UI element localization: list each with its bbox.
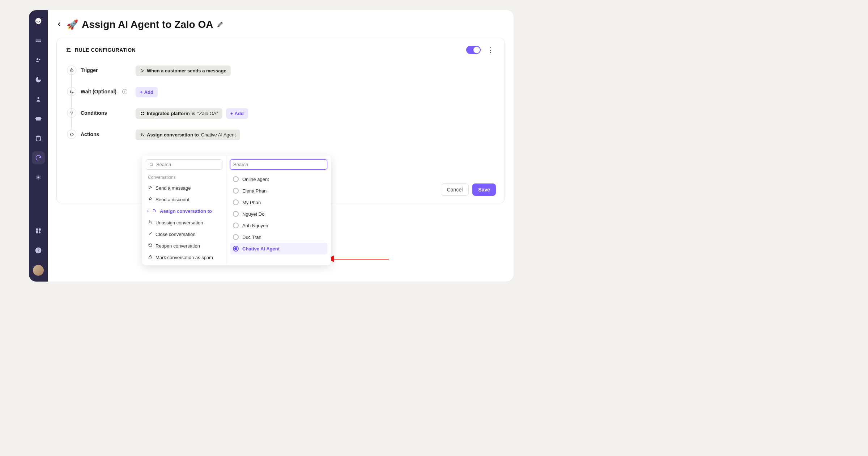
svg-point-6 bbox=[36, 136, 41, 138]
action-item[interactable]: ›Assign conversation to bbox=[146, 205, 222, 217]
svg-rect-20 bbox=[143, 114, 144, 115]
finance-icon[interactable] bbox=[32, 112, 45, 125]
radio-icon bbox=[233, 211, 239, 217]
help-icon[interactable]: ? bbox=[32, 244, 45, 257]
page-header: 🚀 Assign AI Agent to Zalo OA bbox=[56, 19, 505, 38]
svg-point-13 bbox=[69, 48, 70, 49]
action-item[interactable]: Send a message bbox=[146, 182, 222, 194]
action-item-label: Close conversation bbox=[156, 232, 196, 237]
agent-item[interactable]: Duc Tran bbox=[230, 231, 327, 243]
action-item-label: Assign conversation to bbox=[160, 208, 212, 214]
database-icon[interactable] bbox=[32, 132, 45, 145]
sidebar: ? bbox=[29, 10, 48, 282]
conditions-label: Conditions bbox=[81, 110, 107, 116]
svg-rect-10 bbox=[36, 231, 38, 233]
action-item-label: Send a message bbox=[156, 185, 191, 191]
action-icon bbox=[152, 208, 157, 214]
page-title-text: Assign AI Agent to Zalo OA bbox=[82, 19, 213, 30]
action-icon bbox=[148, 243, 153, 249]
action-item[interactable]: Mark conversation as spam bbox=[146, 252, 222, 263]
agent-item-label: Nguyet Do bbox=[242, 211, 264, 217]
wait-add-button[interactable]: +Add bbox=[136, 87, 158, 97]
radio-icon bbox=[233, 223, 239, 228]
radio-icon bbox=[233, 188, 239, 194]
agent-item[interactable]: Anh Nguyen bbox=[230, 220, 327, 231]
card-heading: RULE CONFIGURATION bbox=[75, 47, 136, 53]
action-list-panel: Conversations Send a messageSend a disco… bbox=[142, 156, 226, 265]
svg-point-14 bbox=[67, 50, 68, 51]
svg-rect-17 bbox=[141, 112, 142, 113]
inbox-icon[interactable] bbox=[32, 34, 45, 47]
svg-rect-5 bbox=[35, 118, 42, 119]
action-icon bbox=[148, 220, 153, 225]
more-options-button[interactable]: ⋮ bbox=[485, 45, 496, 55]
agent-item[interactable]: Online agent bbox=[230, 173, 327, 185]
radio-icon bbox=[233, 234, 239, 240]
svg-point-15 bbox=[69, 51, 71, 52]
analytics-icon[interactable] bbox=[32, 73, 45, 86]
action-item[interactable]: Close conversation bbox=[146, 228, 222, 240]
agent-item-label: My Phan bbox=[242, 200, 261, 205]
back-button[interactable] bbox=[56, 21, 62, 29]
action-chip[interactable]: Assign conversation to Chative AI Agent bbox=[136, 130, 240, 140]
trigger-label: Trigger bbox=[81, 67, 98, 73]
agent-item[interactable]: Nguyet Do bbox=[230, 208, 327, 220]
contacts-icon[interactable] bbox=[32, 54, 45, 67]
info-icon[interactable]: i bbox=[122, 89, 127, 94]
cancel-button[interactable]: Cancel bbox=[441, 183, 469, 196]
app-logo-icon[interactable] bbox=[32, 14, 45, 28]
svg-point-3 bbox=[38, 97, 39, 99]
agent-search-box[interactable] bbox=[230, 159, 327, 170]
action-item[interactable]: Reopen conversation bbox=[146, 240, 222, 252]
actions-label: Actions bbox=[81, 131, 99, 137]
action-item[interactable]: Unassign conversation bbox=[146, 217, 222, 228]
card-header: RULE CONFIGURATION ⋮ bbox=[65, 45, 496, 61]
svg-rect-8 bbox=[36, 228, 38, 231]
campaigns-icon[interactable] bbox=[32, 93, 45, 106]
edit-title-button[interactable] bbox=[217, 19, 224, 30]
sparkle-icon bbox=[67, 130, 76, 139]
action-icon bbox=[148, 254, 153, 260]
action-selector-dropdown: Conversations Send a messageSend a disco… bbox=[142, 156, 331, 265]
action-icon bbox=[148, 231, 153, 237]
condition-add-button[interactable]: +Add bbox=[226, 108, 248, 119]
step-connector-line bbox=[71, 71, 72, 129]
step-trigger: Trigger When a customer sends a message bbox=[67, 66, 496, 76]
wait-label: Wait (Optional) bbox=[81, 89, 116, 94]
agent-item-label: Anh Nguyen bbox=[242, 223, 268, 228]
steps: Trigger When a customer sends a message bbox=[65, 61, 496, 140]
apps-icon[interactable] bbox=[32, 224, 45, 237]
agent-item[interactable]: My Phan bbox=[230, 197, 327, 208]
radio-icon bbox=[233, 199, 239, 205]
condition-chip[interactable]: Integrated platform is "Zalo OA" bbox=[136, 108, 222, 119]
svg-rect-9 bbox=[39, 228, 41, 231]
action-icon bbox=[148, 185, 153, 191]
agent-item-label: Chative AI Agent bbox=[242, 246, 280, 252]
svg-point-0 bbox=[35, 18, 42, 24]
automation-icon[interactable] bbox=[32, 151, 45, 164]
agent-item[interactable]: Elena Phan bbox=[230, 185, 327, 197]
rule-enabled-toggle[interactable] bbox=[466, 46, 481, 54]
action-icon bbox=[148, 197, 153, 202]
action-search-box[interactable] bbox=[146, 159, 222, 170]
svg-point-1 bbox=[37, 58, 38, 60]
settings-icon[interactable] bbox=[32, 171, 45, 184]
agent-search-input[interactable] bbox=[233, 162, 324, 167]
trigger-chip[interactable]: When a customer sends a message bbox=[136, 66, 231, 76]
agent-item-label: Duc Tran bbox=[242, 235, 261, 240]
action-search-input[interactable] bbox=[156, 162, 219, 167]
step-actions: Actions Assign conversation to Chative A… bbox=[67, 130, 496, 140]
moon-icon bbox=[67, 87, 76, 96]
action-group-label: Conversations bbox=[146, 173, 222, 182]
user-avatar[interactable] bbox=[33, 265, 44, 276]
save-button[interactable]: Save bbox=[472, 183, 496, 196]
action-item[interactable]: Send a discount bbox=[146, 194, 222, 205]
agent-item[interactable]: Chative AI Agent bbox=[230, 243, 327, 254]
agent-list-panel: Online agentElena PhanMy PhanNguyet DoAn… bbox=[226, 156, 331, 265]
agent-item-label: Online agent bbox=[242, 177, 269, 182]
clock-icon bbox=[67, 66, 76, 75]
action-item-label: Reopen conversation bbox=[156, 243, 200, 249]
search-icon bbox=[149, 162, 154, 167]
svg-point-24 bbox=[149, 221, 150, 222]
branch-icon bbox=[67, 108, 76, 118]
